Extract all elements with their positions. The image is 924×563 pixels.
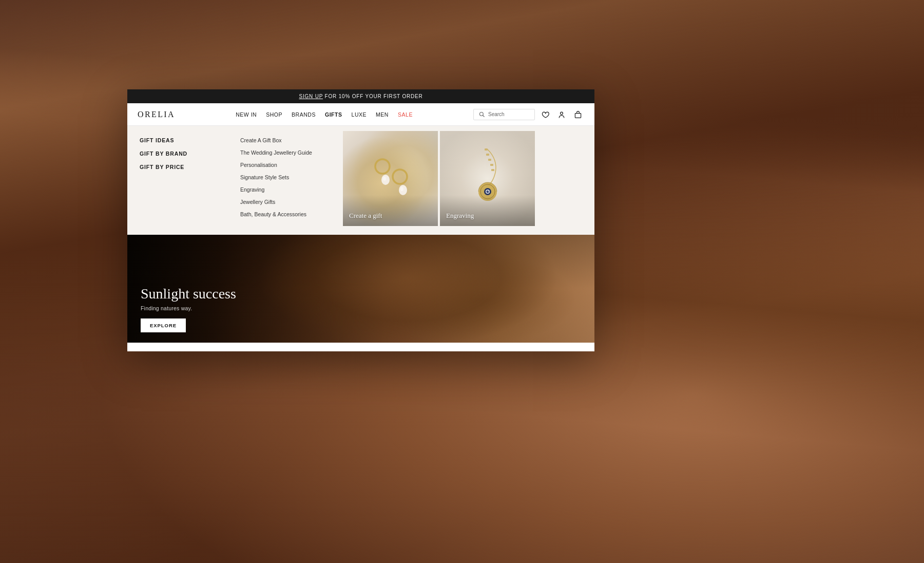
svg-rect-11 bbox=[486, 154, 489, 156]
heart-icon bbox=[541, 110, 549, 119]
nav-gifts[interactable]: GIFTS bbox=[325, 111, 342, 118]
gift-by-brand-link[interactable]: GIFT BY BRAND bbox=[140, 151, 218, 157]
hero-banner: Sunlight success Finding natures way. EX… bbox=[127, 235, 594, 343]
create-gift-box-link[interactable]: Create A Gift Box bbox=[240, 137, 333, 143]
user-icon bbox=[557, 110, 566, 119]
svg-point-19 bbox=[486, 190, 489, 193]
account-button[interactable] bbox=[555, 108, 568, 121]
svg-rect-3 bbox=[575, 113, 581, 118]
nav-luxe[interactable]: LUXE bbox=[352, 111, 367, 118]
svg-rect-12 bbox=[488, 159, 491, 161]
create-gift-panel[interactable]: Create a gift bbox=[343, 131, 438, 226]
nav-men[interactable]: MEN bbox=[376, 111, 389, 118]
explore-button[interactable]: EXPLORE bbox=[141, 318, 186, 332]
hero-content: Sunlight success Finding natures way. EX… bbox=[141, 286, 236, 332]
panel-gradient bbox=[343, 195, 438, 226]
nav-header: ORELIA NEW IN SHOP BRANDS GIFTS LUXE MEN… bbox=[127, 103, 594, 126]
cart-button[interactable] bbox=[572, 108, 584, 121]
svg-point-20 bbox=[488, 191, 489, 192]
hero-title: Sunlight success bbox=[141, 286, 236, 302]
search-label: Search bbox=[488, 111, 505, 117]
engraving-label: Engraving bbox=[446, 212, 474, 220]
svg-rect-10 bbox=[485, 148, 488, 151]
announcement-bar: SIGN UP FOR 10% OFF YOUR FIRST ORDER bbox=[127, 89, 594, 103]
signup-link[interactable]: SIGN UP bbox=[299, 93, 323, 99]
search-icon bbox=[479, 111, 485, 118]
svg-point-7 bbox=[393, 170, 407, 184]
nav-new-in[interactable]: NEW IN bbox=[236, 111, 257, 118]
announcement-text: FOR 10% OFF YOUR FIRST ORDER bbox=[323, 93, 423, 99]
wishlist-button[interactable] bbox=[539, 108, 551, 121]
nav-shop[interactable]: SHOP bbox=[266, 111, 282, 118]
panel-gradient-2 bbox=[440, 195, 535, 226]
svg-point-4 bbox=[375, 159, 390, 174]
nav-sale[interactable]: SALE bbox=[398, 111, 413, 118]
svg-line-1 bbox=[483, 115, 485, 117]
gift-links-column: Create A Gift Box The Wedding Jewellery … bbox=[230, 126, 343, 235]
search-bar[interactable]: Search bbox=[473, 109, 535, 120]
wedding-jewellery-guide-link[interactable]: The Wedding Jewellery Guide bbox=[240, 149, 333, 156]
hero-subtitle: Finding natures way. bbox=[141, 305, 236, 311]
gifts-dropdown: GIFT IDEAS GIFT BY BRAND GIFT BY PRICE C… bbox=[127, 126, 594, 235]
engraving-link[interactable]: Engraving bbox=[240, 186, 333, 193]
create-gift-label: Create a gift bbox=[349, 212, 382, 220]
svg-point-9 bbox=[400, 187, 403, 191]
logo[interactable]: ORELIA bbox=[138, 110, 175, 119]
nav-brands[interactable]: BRANDS bbox=[292, 111, 316, 118]
svg-point-6 bbox=[383, 177, 386, 181]
signature-style-sets-link[interactable]: Signature Style Sets bbox=[240, 174, 333, 180]
gift-ideas-link[interactable]: GIFT IDEAS bbox=[140, 137, 218, 143]
bath-beauty-accessories-link[interactable]: Bath, Beauty & Accessories bbox=[240, 211, 333, 217]
svg-point-2 bbox=[561, 112, 563, 115]
nav-actions: Search bbox=[473, 108, 584, 121]
engraving-panel[interactable]: Engraving bbox=[440, 131, 535, 226]
svg-rect-14 bbox=[491, 169, 494, 171]
jewellery-gifts-link[interactable]: Jewellery Gifts bbox=[240, 199, 333, 205]
svg-rect-13 bbox=[490, 164, 493, 166]
website-container: SIGN UP FOR 10% OFF YOUR FIRST ORDER ORE… bbox=[127, 89, 594, 351]
svg-point-0 bbox=[480, 112, 484, 116]
gift-by-price-link[interactable]: GIFT BY PRICE bbox=[140, 164, 218, 170]
gift-image-panels: Create a gift bbox=[343, 126, 594, 235]
personalisation-link[interactable]: Personalisation bbox=[240, 162, 333, 168]
gift-categories-sidebar: GIFT IDEAS GIFT BY BRAND GIFT BY PRICE bbox=[127, 126, 230, 235]
bag-icon bbox=[574, 110, 582, 119]
main-navigation: NEW IN SHOP BRANDS GIFTS LUXE MEN SALE bbox=[236, 111, 413, 118]
